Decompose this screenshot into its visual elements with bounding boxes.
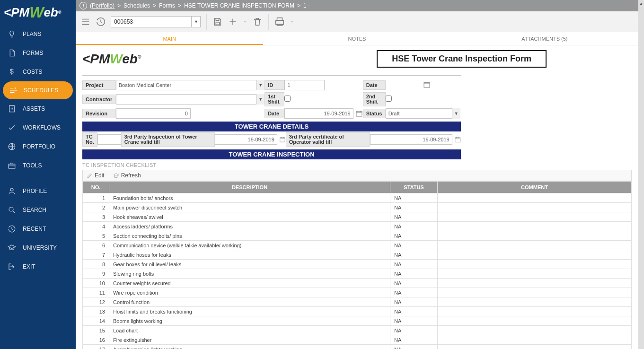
calendar-icon[interactable] [423,81,431,88]
revision-input[interactable] [116,108,191,119]
tcno-input[interactable] [97,134,121,145]
sidebar: <PMWeb® PLANSFORMSCOSTSSCHEDULESASSETSWO… [0,0,76,349]
lbl-tcno: TC No. [82,132,97,147]
nav-main: PLANSFORMSCOSTSSCHEDULESASSETSWORKFLOWSP… [0,25,76,175]
table-row[interactable]: 11Wire rope conditionNA [83,288,632,297]
sidebar-item-university[interactable]: UNIVERSITY [0,238,76,257]
sidebar-item-label: FORMS [23,50,43,56]
table-row[interactable]: 15Load chartNA [83,326,632,335]
table-row[interactable]: 13Hoist limits and breaks functioningNA [83,307,632,316]
lbl-project: Project [82,80,116,90]
sidebar-item-costs[interactable]: COSTS [0,62,76,81]
tab-notes[interactable]: NOTES [263,32,450,45]
sidebar-item-recent[interactable]: RECENT [0,219,76,238]
contractor-input[interactable] [116,94,265,105]
history-icon[interactable] [96,17,106,27]
chevron-down-icon[interactable]: ▼ [256,80,265,90]
cell-status: NA [390,279,438,288]
cell-desc: Aircraft warning lights working [109,345,390,349]
info-icon[interactable]: i [79,2,87,9]
sidebar-item-workflows[interactable]: WORKFLOWS [0,118,76,137]
table-row[interactable]: 12Control functionNA [83,297,632,307]
sidebar-item-label: ASSETS [23,105,45,112]
details-fields: TC No. 3rd Party Inspection of Tower Cra… [82,131,461,148]
lbl-id: ID [265,80,284,90]
sidebar-item-assets[interactable]: ASSETS [0,99,76,118]
shift1-checkbox[interactable] [284,96,291,102]
record-input[interactable] [111,16,201,27]
crumb-sep3: > [178,2,181,9]
chevron-down-icon[interactable]: ▼ [256,94,265,105]
sidebar-item-label: UNIVERSITY [23,244,57,251]
col-desc[interactable]: DESCRIPTION [109,182,390,193]
cell-no: 10 [83,279,109,288]
date2-input[interactable] [284,108,353,119]
table-row[interactable]: 1Foundation bolts/ anchorsNA [83,193,632,203]
table-row[interactable]: 17Aircraft warning lights workingNA [83,345,632,349]
sidebar-item-plans[interactable]: PLANS [0,25,76,44]
shift2-checkbox[interactable] [386,96,392,102]
sidebar-item-label: PORTFOLIO [23,143,55,150]
sidebar-item-profile[interactable]: PROFILE [0,182,76,201]
calendar-icon[interactable] [454,136,461,143]
calendar-icon[interactable] [279,136,286,143]
scroll-up-icon[interactable]: ▲ [638,0,644,7]
record-select[interactable]: ▼ [111,16,201,27]
sidebar-item-tools[interactable]: TOOLS [0,156,76,175]
status-input[interactable] [386,108,460,119]
calendar-icon[interactable] [355,110,363,117]
crumb-forms[interactable]: Forms [159,2,175,9]
sidebar-item-search[interactable]: SEARCH [0,201,76,219]
cell-comment [438,326,632,335]
add-caret-icon[interactable] [243,17,247,27]
col-status[interactable]: STATUS [390,182,438,193]
crumb-sep1: > [117,2,121,9]
refresh-button[interactable]: Refresh [113,172,141,179]
table-row[interactable]: 2Main power disconnect switchNA [83,203,632,212]
cell-status: NA [390,193,438,203]
cell-status: NA [390,345,438,349]
table-row[interactable]: 7Hydraulic hoses for leaksNA [83,250,632,260]
list-icon[interactable] [80,17,91,27]
sidebar-item-schedules[interactable]: SCHEDULES [3,81,73,99]
tab-attachments[interactable]: ATTACHMENTS (5) [451,32,638,45]
crumb-portfolio[interactable]: (Portfolio) [90,2,115,9]
save-icon[interactable] [212,17,223,27]
crumb-schedules[interactable]: Schedules [124,2,150,9]
cell-desc: Communication device (walkie talkie avai… [109,241,390,250]
table-row[interactable]: 6Communication device (walkie talkie ava… [83,241,632,250]
print-caret-icon[interactable] [290,17,294,27]
id-input[interactable] [284,80,325,90]
chevron-down-icon[interactable]: ▼ [191,16,201,27]
table-row[interactable]: 3Hook sheaves/ swivelNA [83,212,632,222]
table-row[interactable]: 9Slewing ring boltsNA [83,269,632,279]
col-no[interactable]: NO. [83,182,109,193]
table-row[interactable]: 16Fire extinguisherNA [83,335,632,345]
inspec-valid-input[interactable] [215,134,277,145]
lbl-cert-valid: 3rd Party certificate of Operator valid … [286,132,370,147]
sidebar-item-forms[interactable]: FORMS [0,44,76,62]
cert-valid-input[interactable] [370,134,452,145]
add-icon[interactable] [228,17,238,27]
grad-cap-icon [8,244,16,252]
sidebar-item-exit[interactable]: EXIT [0,257,76,276]
table-row[interactable]: 14Booms lights workingNA [83,316,632,326]
table-row[interactable]: 4Access ladders/ platformsNA [83,222,632,231]
table-row[interactable]: 8Gear boxes for oil level/ leaksNA [83,260,632,269]
crumb-formname[interactable]: HSE TOWER CRANE INSPECTION FORM [184,2,294,9]
col-comment[interactable]: COMMENT [438,182,632,193]
print-icon[interactable] [274,17,285,27]
project-input[interactable] [116,80,265,90]
cell-no: 7 [83,250,109,260]
cell-comment [438,250,632,260]
chevron-down-icon[interactable]: ▼ [452,108,460,119]
cell-no: 1 [83,193,109,203]
svg-point-6 [10,188,13,191]
table-row[interactable]: 5Section connecting bolts/ pinsNA [83,231,632,241]
tab-main[interactable]: MAIN [76,32,263,45]
sidebar-item-portfolio[interactable]: PORTFOLIO [0,137,76,156]
table-row[interactable]: 10Counter weights securedNA [83,279,632,288]
edit-button[interactable]: Edit [87,172,105,179]
delete-icon[interactable] [252,17,263,27]
cell-desc: Foundation bolts/ anchors [109,193,390,203]
